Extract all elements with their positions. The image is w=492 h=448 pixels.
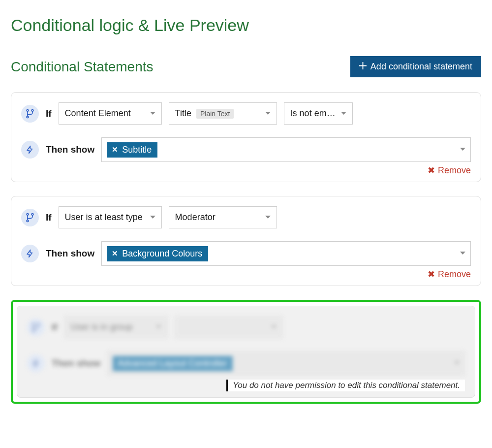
chevron-down-icon [460, 148, 465, 152]
condition-type-value: User is at least type [65, 212, 143, 223]
then-show-select: Advanced Layout Controller [107, 351, 465, 376]
condition-type-select: User is in group [64, 316, 168, 338]
condition-type-value: Content Element [65, 108, 131, 119]
if-label: If [52, 322, 58, 333]
tag-label: Advanced Layout Controller [118, 358, 227, 369]
role-select[interactable]: Moderator [169, 206, 277, 228]
svg-point-6 [32, 323, 34, 325]
remove-label: Remove [438, 165, 471, 176]
tag-label: Background Colours [122, 249, 202, 259]
field-kind-badge: Plain Text [196, 109, 234, 119]
chevron-down-icon [156, 325, 161, 329]
condition-type-select[interactable]: User is at least type [59, 206, 162, 228]
permission-warning: You do not have permission to edit this … [226, 380, 465, 391]
section-title: Conditional Statements [11, 59, 154, 75]
page-title: Conditional logic & Live Preview [11, 16, 481, 35]
lightning-icon [27, 354, 45, 372]
add-conditional-button[interactable]: Add conditional statement [350, 56, 481, 77]
then-show-select[interactable]: ✕ Background Colours [101, 241, 471, 266]
chevron-down-icon [460, 252, 465, 256]
then-show-label: Then show [46, 144, 94, 155]
branch-icon [27, 319, 45, 336]
value-select [175, 316, 283, 338]
lightning-icon [21, 141, 39, 159]
if-label: If [46, 108, 52, 119]
conditional-card: If Content Element Title Plain Text Is n… [11, 92, 481, 182]
plus-icon [359, 62, 367, 72]
branch-icon [21, 209, 39, 226]
branch-icon [21, 105, 39, 123]
locked-highlight: If User is in group Then show [11, 300, 481, 404]
divider [0, 47, 492, 47]
close-icon[interactable]: ✕ [112, 249, 118, 258]
then-show-label: Then show [52, 358, 100, 369]
tag-background-colours[interactable]: ✕ Background Colours [107, 246, 208, 261]
condition-type-select[interactable]: Content Element [59, 102, 162, 125]
remove-statement-link[interactable]: ✖ Remove [428, 165, 471, 176]
role-value: Moderator [175, 212, 215, 223]
operator-select[interactable]: Is not em… [284, 102, 353, 125]
chevron-down-icon [150, 112, 155, 116]
chevron-down-icon [454, 361, 460, 365]
svg-point-7 [37, 323, 39, 325]
chevron-down-icon [150, 216, 155, 220]
chevron-down-icon [271, 325, 277, 329]
close-icon[interactable]: ✕ [112, 145, 118, 154]
then-show-label: Then show [46, 248, 94, 259]
remove-label: Remove [438, 269, 471, 280]
operator-value: Is not em… [290, 108, 336, 119]
field-label: Title [175, 108, 191, 119]
if-label: If [46, 212, 52, 223]
close-icon: ✖ [428, 269, 435, 280]
close-icon: ✖ [428, 165, 435, 176]
add-conditional-label: Add conditional statement [370, 62, 472, 72]
locked-conditional-card: If User is in group Then show [17, 306, 475, 398]
lightning-icon [21, 245, 39, 262]
field-select[interactable]: Title Plain Text [169, 102, 277, 125]
tag-label: Subtitle [122, 145, 152, 155]
remove-statement-link[interactable]: ✖ Remove [428, 269, 471, 280]
chevron-down-icon [341, 112, 346, 116]
conditional-card: If User is at least type Moderator Then … [11, 196, 481, 286]
chevron-down-icon [265, 112, 271, 116]
tag-subtitle[interactable]: ✕ Subtitle [107, 142, 157, 158]
svg-point-8 [32, 329, 34, 331]
then-show-select[interactable]: ✕ Subtitle [101, 137, 471, 162]
chevron-down-icon [265, 216, 271, 220]
tag-advanced-layout: Advanced Layout Controller [113, 356, 233, 371]
condition-type-value: User is in group [71, 322, 133, 332]
